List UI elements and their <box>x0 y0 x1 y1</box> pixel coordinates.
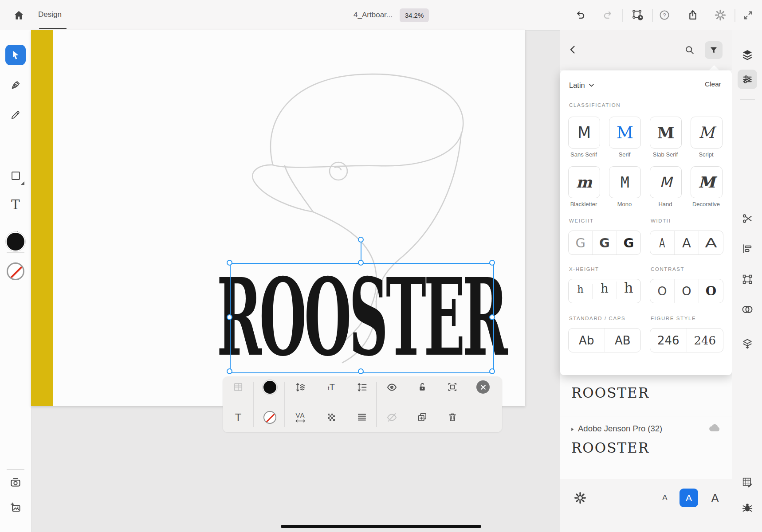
line-spacing-button[interactable] <box>352 377 372 397</box>
classification-decorative[interactable]: M <box>691 166 723 198</box>
delete-button[interactable] <box>443 407 462 427</box>
back-button[interactable] <box>563 40 583 59</box>
selection-handle-se[interactable] <box>489 368 495 374</box>
weight-section-label: WEIGHT <box>569 218 594 223</box>
width-section-label: WIDTH <box>651 218 671 223</box>
figure-lining-button[interactable]: 246 <box>650 329 687 352</box>
transform-button[interactable] <box>738 270 757 289</box>
selection-handle-nw[interactable] <box>227 260 232 266</box>
close-context-toolbar-button[interactable] <box>473 377 493 397</box>
arrange-order-button[interactable] <box>291 377 310 397</box>
xheight-section-label: X-HEIGHT <box>569 266 599 272</box>
width-condensed-button[interactable]: A <box>650 231 675 254</box>
contrast-high-button[interactable]: O <box>699 279 723 303</box>
contrast-low-button[interactable]: O <box>650 279 675 303</box>
home-indicator[interactable] <box>281 525 481 528</box>
xheight-medium-button[interactable]: h <box>593 282 617 299</box>
layers-panel-button[interactable] <box>738 45 757 65</box>
caps-section-label: STANDARD / CAPS <box>569 316 625 321</box>
cloud-sync-icon[interactable] <box>708 422 721 433</box>
preview-size-small-button[interactable]: A <box>657 488 672 508</box>
context-toolbar: tT <box>223 376 502 432</box>
xheight-low-glyph: h <box>577 284 584 295</box>
classification-script[interactable]: M <box>691 117 723 149</box>
selection-handle-s[interactable] <box>358 368 364 374</box>
search-fonts-button[interactable] <box>680 40 699 59</box>
pattern-fill-button[interactable] <box>322 407 341 427</box>
selection-handle-n[interactable] <box>358 260 364 266</box>
font-settings-button[interactable] <box>570 488 590 508</box>
kerning-button[interactable]: VA <box>291 407 310 427</box>
selection-handle-w[interactable] <box>227 314 232 320</box>
preview-size-medium-button[interactable]: A <box>680 489 698 507</box>
weight-regular-button[interactable]: G <box>593 231 617 254</box>
duplicate-button[interactable] <box>412 407 432 427</box>
justify-icon <box>356 411 368 423</box>
debug-button[interactable] <box>738 498 757 517</box>
classification-mono[interactable]: M <box>609 166 641 198</box>
blend-button[interactable] <box>738 300 757 319</box>
weight-bold-button[interactable]: G <box>617 231 640 254</box>
divider <box>284 382 285 427</box>
grid-snap-button[interactable] <box>228 377 248 397</box>
contrast-high-glyph: O <box>706 284 716 298</box>
classification-section-label: CLASSIFICATION <box>569 102 621 108</box>
properties-panel-button[interactable] <box>738 70 757 89</box>
grid-icon <box>232 381 244 393</box>
fill-swatch <box>263 381 276 394</box>
pattern-editor-button[interactable] <box>738 473 757 492</box>
contrast-medium-button[interactable]: O <box>675 279 699 303</box>
cut-button[interactable] <box>738 209 757 228</box>
weight-light-button[interactable]: G <box>569 231 593 254</box>
stroke-color-button[interactable] <box>260 407 279 427</box>
hide-button[interactable] <box>382 407 401 427</box>
font-size-button[interactable]: tT <box>322 377 341 397</box>
divider <box>740 99 755 100</box>
group-button[interactable] <box>443 377 462 397</box>
layer-order-icon <box>295 381 306 393</box>
xheight-high-button[interactable]: h <box>617 279 640 300</box>
selection-handle-sw[interactable] <box>227 368 232 374</box>
width-extended-glyph: A <box>705 235 717 250</box>
classification-blackletter[interactable]: m <box>568 166 600 198</box>
paragraph-align-button[interactable] <box>352 407 372 427</box>
width-regular-button[interactable]: A <box>675 231 699 254</box>
right-icon-rail <box>732 30 762 532</box>
align-button[interactable] <box>738 239 757 258</box>
text-properties-button[interactable]: T <box>228 407 248 427</box>
selection-bounding-box[interactable] <box>230 263 494 373</box>
figure-oldstyle-button[interactable]: 246 <box>687 329 723 352</box>
scissors-icon <box>741 212 754 225</box>
font-list-item-selected[interactable]: ROOSTER <box>571 381 649 404</box>
arrange-layers-button[interactable] <box>738 334 757 353</box>
preview-size-large-button[interactable]: A <box>706 488 724 508</box>
xheight-high-glyph: h <box>624 279 633 296</box>
script-glyph: M <box>699 125 715 141</box>
search-icon <box>684 44 695 55</box>
duplicate-icon <box>416 411 428 423</box>
sliders-icon <box>741 73 754 86</box>
figure-lining-glyph: 246 <box>657 334 680 347</box>
font-family-row[interactable]: Adobe Jenson Pro (32) ROOSTER <box>560 419 732 479</box>
xheight-low-button[interactable]: h <box>569 284 593 299</box>
language-dropdown[interactable]: Latin <box>569 78 595 92</box>
classification-slab-serif[interactable]: M <box>650 117 682 149</box>
caps-allcaps-button[interactable]: AB <box>605 329 641 352</box>
classification-sans-serif[interactable]: M <box>568 117 600 149</box>
rotation-handle[interactable] <box>358 237 364 243</box>
clear-filters-button[interactable]: Clear <box>705 80 721 88</box>
visibility-button[interactable] <box>382 377 401 397</box>
caps-standard-button[interactable]: Ab <box>569 329 605 352</box>
size-medium-label: A <box>686 493 692 503</box>
classification-hand[interactable]: M <box>650 166 682 198</box>
selection-handle-ne[interactable] <box>489 260 495 266</box>
classification-serif-selected[interactable]: M <box>609 117 641 149</box>
lock-button[interactable] <box>412 377 432 397</box>
xheight-filter: h h h <box>568 279 641 303</box>
filter-fonts-button[interactable] <box>705 41 723 59</box>
classification-label-slab-serif: Slab Serif <box>644 151 687 158</box>
eye-icon <box>386 381 398 393</box>
fill-color-button[interactable] <box>260 377 279 397</box>
selection-handle-e[interactable] <box>489 314 495 320</box>
width-extended-button[interactable]: A <box>699 231 723 254</box>
